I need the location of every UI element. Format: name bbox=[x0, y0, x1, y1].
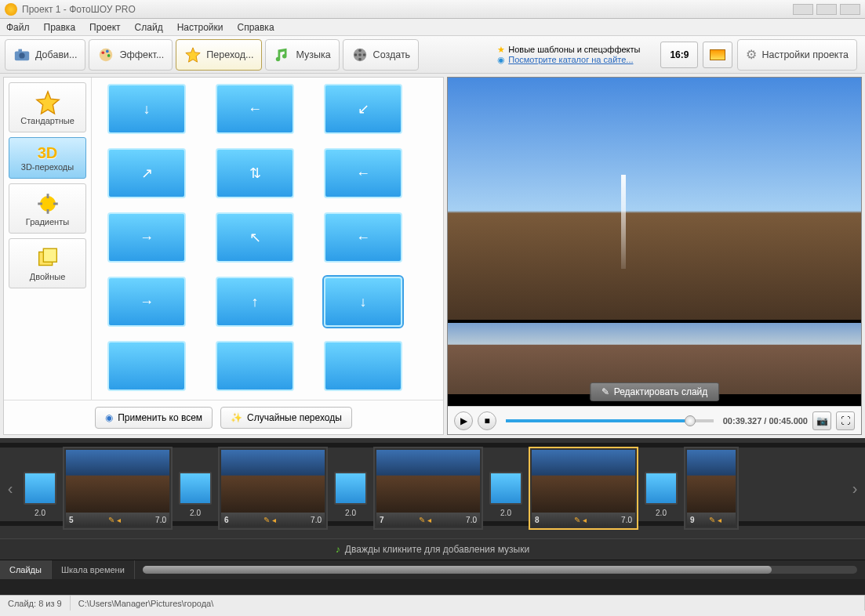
pencil-icon: ✎ bbox=[263, 516, 270, 524]
menu-file[interactable]: Файл bbox=[6, 22, 30, 33]
menu-edit[interactable]: Правка bbox=[44, 22, 76, 33]
titlebar: Проект 1 - ФотоШОУ PRO bbox=[0, 0, 865, 19]
wand-icon: ✨ bbox=[231, 412, 242, 423]
pencil-icon: ✎ bbox=[108, 516, 114, 524]
transition-thumb[interactable]: ⇅ bbox=[216, 148, 294, 198]
tab-slides[interactable]: Слайды bbox=[0, 560, 52, 579]
timeline-scrollbar[interactable] bbox=[143, 566, 857, 574]
play-button[interactable]: ▶ bbox=[454, 411, 473, 430]
transition-chip[interactable]: 2.0 bbox=[334, 472, 367, 505]
pencil-icon: ✎ bbox=[602, 386, 609, 397]
star-icon bbox=[35, 89, 61, 116]
stop-button[interactable]: ■ bbox=[478, 411, 496, 430]
category-double[interactable]: Двойные bbox=[9, 238, 86, 288]
gear-icon: ⚙ bbox=[746, 47, 757, 62]
transition-thumb[interactable]: ↓ bbox=[324, 277, 402, 327]
tab-timescale[interactable]: Шкала времени bbox=[52, 560, 135, 579]
category-3d[interactable]: 3D3D-переходы bbox=[9, 137, 86, 179]
transition-chip[interactable]: 2.0 bbox=[179, 472, 212, 505]
tab-music[interactable]: Музыка bbox=[265, 39, 339, 71]
music-icon bbox=[274, 46, 291, 63]
display-button[interactable] bbox=[703, 42, 732, 68]
svg-point-4 bbox=[102, 51, 105, 54]
aspect-button[interactable]: 16:9 bbox=[660, 42, 698, 68]
transition-thumb[interactable]: ↖ bbox=[216, 212, 294, 263]
transition-thumb[interactable]: ↑ bbox=[216, 277, 294, 327]
minimize-button[interactable] bbox=[793, 4, 813, 15]
tab-add[interactable]: Добави... bbox=[5, 39, 85, 71]
3d-icon: 3D bbox=[38, 144, 58, 162]
close-button[interactable] bbox=[840, 4, 860, 15]
pencil-icon: ✎ bbox=[574, 516, 580, 524]
time-display: 00:39.327 / 00:45.000 bbox=[723, 416, 808, 426]
apply-all-button[interactable]: ◉Применить ко всем bbox=[95, 407, 213, 429]
svg-rect-2 bbox=[18, 49, 22, 52]
edit-slide-button[interactable]: ✎Редактировать слайд bbox=[590, 382, 720, 401]
transition-chip[interactable]: 2.0 bbox=[645, 472, 678, 505]
camera-icon bbox=[13, 46, 31, 63]
pencil-icon: ✎ bbox=[419, 516, 425, 524]
slide-item[interactable]: 8✎◂7.0 bbox=[529, 447, 638, 530]
transition-thumb[interactable]: ↓ bbox=[107, 84, 186, 134]
fullscreen-button[interactable]: ⛶ bbox=[836, 411, 855, 430]
toolbar: Добави... Эффект... Переход... Музыка Со… bbox=[0, 36, 865, 74]
notes-icon bbox=[35, 245, 61, 272]
project-settings-button[interactable]: ⚙Настройки проекта bbox=[737, 39, 857, 71]
seek-bar[interactable] bbox=[506, 419, 714, 422]
tab-effects[interactable]: Эффект... bbox=[89, 39, 173, 71]
svg-point-1 bbox=[19, 53, 24, 58]
star-icon bbox=[184, 46, 202, 63]
svg-point-8 bbox=[358, 53, 362, 56]
transition-thumb[interactable]: ← bbox=[324, 148, 402, 198]
svg-point-12 bbox=[354, 53, 357, 56]
window-title: Проект 1 - ФотоШОУ PRO bbox=[22, 4, 136, 15]
maximize-button[interactable] bbox=[816, 4, 837, 15]
svg-point-13 bbox=[40, 196, 56, 212]
transition-thumb[interactable] bbox=[107, 341, 186, 391]
star-icon: ★ bbox=[497, 45, 505, 55]
transition-thumb[interactable]: ← bbox=[324, 212, 402, 263]
tab-transitions[interactable]: Переход... bbox=[176, 39, 262, 71]
svg-rect-15 bbox=[43, 248, 56, 262]
globe-icon: ◉ bbox=[497, 55, 505, 65]
camera-icon: 📷 bbox=[816, 415, 828, 426]
palette-icon bbox=[97, 46, 114, 63]
category-list: Стандартные 3D3D-переходы Градиенты Двой… bbox=[4, 78, 92, 400]
category-standard[interactable]: Стандартные bbox=[9, 82, 86, 132]
transitions-grid[interactable]: ↓←↙ ↗⇅← →↖← →↑↓ bbox=[92, 78, 443, 400]
timeline-next[interactable]: › bbox=[845, 438, 865, 538]
category-gradients[interactable]: Градиенты bbox=[9, 183, 86, 234]
slides-strip[interactable]: 2.0 5✎◂7.0 2.0 6✎◂7.0 2.0 7✎◂7.0 2.0 8✎◂… bbox=[20, 447, 845, 530]
slide-item[interactable]: 9✎◂ bbox=[684, 447, 739, 530]
transition-thumb[interactable]: → bbox=[107, 277, 186, 327]
transition-thumb[interactable]: ← bbox=[216, 84, 294, 134]
transition-thumb[interactable]: → bbox=[107, 212, 186, 263]
music-icon: ♪ bbox=[336, 544, 340, 555]
random-button[interactable]: ✨Случайные переходы bbox=[220, 407, 352, 429]
menu-settings[interactable]: Настройки bbox=[177, 22, 224, 33]
transition-thumb[interactable] bbox=[216, 341, 294, 391]
transition-thumb[interactable]: ↙ bbox=[324, 84, 402, 134]
snapshot-button[interactable]: 📷 bbox=[812, 411, 831, 430]
globe-icon: ◉ bbox=[105, 412, 113, 423]
timeline-prev[interactable]: ‹ bbox=[0, 438, 20, 538]
app-icon bbox=[5, 3, 17, 16]
tab-create[interactable]: Создать bbox=[343, 39, 420, 71]
promo-link[interactable]: Посмотрите каталог на сайте... bbox=[508, 55, 633, 64]
svg-point-5 bbox=[106, 49, 109, 53]
orb-icon bbox=[35, 190, 61, 217]
slide-item[interactable]: 7✎◂7.0 bbox=[373, 447, 483, 530]
transition-thumb[interactable] bbox=[324, 341, 402, 391]
slide-item[interactable]: 5✎◂7.0 bbox=[63, 447, 173, 530]
menu-project[interactable]: Проект bbox=[89, 22, 121, 33]
transition-chip[interactable]: 2.0 bbox=[489, 472, 522, 505]
fullscreen-icon: ⛶ bbox=[841, 415, 850, 426]
menu-help[interactable]: Справка bbox=[237, 22, 274, 33]
music-track[interactable]: ♪Дважды кликните для добавления музыки bbox=[0, 538, 865, 560]
transition-chip[interactable]: 2.0 bbox=[24, 472, 56, 505]
transition-thumb[interactable]: ↗ bbox=[107, 148, 186, 198]
slide-item[interactable]: 6✎◂7.0 bbox=[218, 447, 328, 530]
menu-slide[interactable]: Слайд bbox=[135, 22, 163, 33]
preview-area: ✎Редактировать слайд ▶ ■ 00:39.327 / 00:… bbox=[447, 77, 862, 435]
sunset-icon bbox=[710, 49, 725, 60]
